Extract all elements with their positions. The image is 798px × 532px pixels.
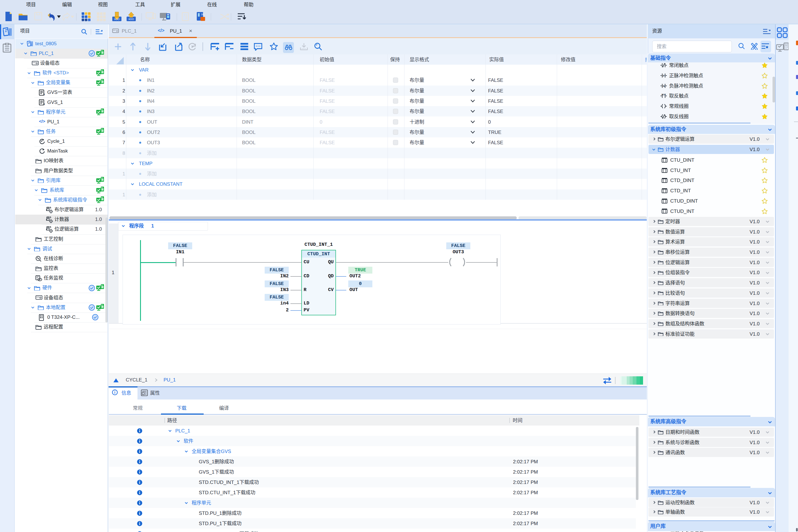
svg-text:NOT: NOT [661,94,666,96]
svg-text:IIOO: IIOO [114,18,120,21]
svg-text:N: N [663,85,665,88]
svg-text:x: x [43,92,45,96]
svg-text:10: 10 [201,13,204,16]
svg-text:P: P [663,74,665,77]
svg-text:IIOO: IIOO [128,18,134,21]
svg-text:x: x [43,102,45,105]
